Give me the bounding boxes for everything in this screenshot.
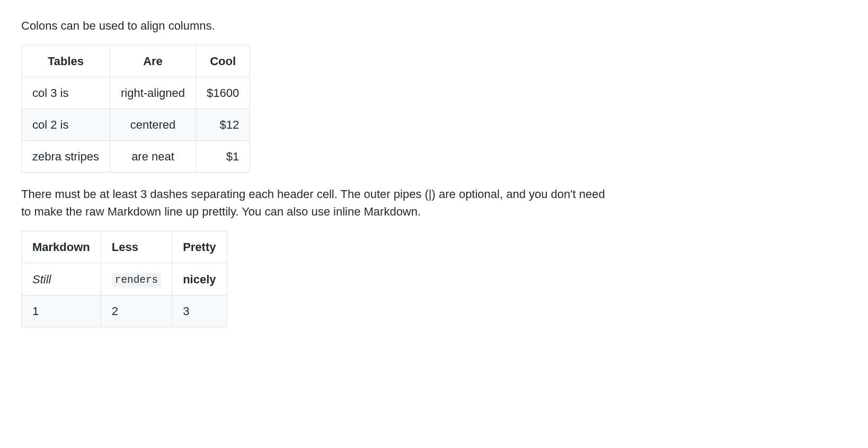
table-cell: $1600	[196, 77, 250, 109]
table-header-cell: Tables	[22, 46, 110, 77]
table-cell: col 3 is	[22, 77, 110, 109]
table-cell: nicely	[172, 263, 227, 295]
table-cell: col 2 is	[22, 109, 110, 141]
table-row: Still renders nicely	[22, 263, 227, 295]
mid-paragraph: There must be at least 3 dashes separati…	[21, 185, 615, 220]
table-cell: zebra stripes	[22, 141, 110, 173]
table-cell: 1	[22, 295, 101, 327]
table-cell: $12	[196, 109, 250, 141]
table-row: col 2 is centered $12	[22, 109, 250, 141]
table-header-cell: Cool	[196, 46, 250, 77]
aligned-table: Tables Are Cool col 3 is right-aligned $…	[21, 45, 250, 173]
table-header-row: Markdown Less Pretty	[22, 231, 227, 263]
table-row: col 3 is right-aligned $1600	[22, 77, 250, 109]
intro-paragraph: Colons can be used to align columns.	[21, 17, 847, 34]
table-cell: centered	[110, 109, 196, 141]
table-row: zebra stripes are neat $1	[22, 141, 250, 173]
italic-text: Still	[32, 273, 51, 286]
table-cell: Still	[22, 263, 101, 295]
table-header-cell: Are	[110, 46, 196, 77]
table-cell: 2	[101, 295, 172, 327]
bold-text: nicely	[183, 273, 216, 286]
table-cell: $1	[196, 141, 250, 173]
code-text: renders	[112, 273, 161, 288]
table-row: 1 2 3	[22, 295, 227, 327]
table-cell: renders	[101, 263, 172, 295]
table-cell: right-aligned	[110, 77, 196, 109]
table-cell: 3	[172, 295, 227, 327]
table-header-cell: Less	[101, 231, 172, 263]
table-header-cell: Markdown	[22, 231, 101, 263]
inline-markdown-table: Markdown Less Pretty Still renders nicel…	[21, 231, 227, 327]
table-header-row: Tables Are Cool	[22, 46, 250, 77]
table-cell: are neat	[110, 141, 196, 173]
table-header-cell: Pretty	[172, 231, 227, 263]
